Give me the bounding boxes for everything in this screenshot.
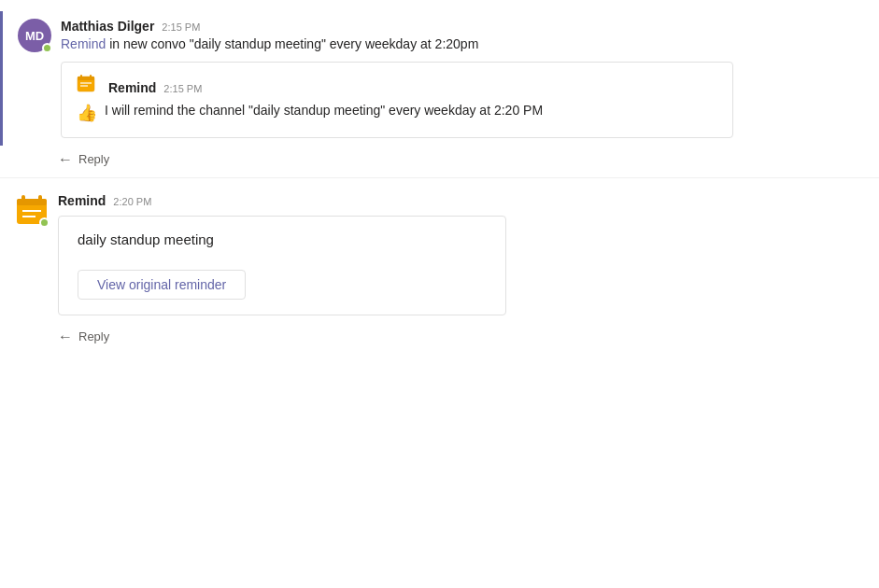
message-content-1: Matthias Dilger 2:15 PM Remind in new co…: [61, 19, 864, 138]
nested-bot-icon: [77, 74, 95, 97]
message-header-1: Matthias Dilger 2:15 PM: [61, 19, 864, 34]
reply-label-2: Reply: [78, 329, 109, 343]
svg-rect-7: [17, 199, 47, 205]
bot-status-dot-2: [39, 217, 50, 228]
reply-row-2[interactable]: ← Reply: [0, 323, 879, 351]
nested-card-body: 👍 I will remind the channel "daily stand…: [77, 101, 717, 126]
card-title: daily standup meeting: [59, 217, 505, 262]
card-action: View original reminder: [59, 262, 505, 315]
content-card: daily standup meeting View original remi…: [58, 216, 506, 315]
svg-rect-9: [38, 195, 42, 202]
reply-arrow-2: ←: [58, 329, 73, 345]
reply-row-1[interactable]: ← Reply: [0, 146, 879, 174]
svg-rect-3: [90, 75, 92, 78]
message-header-2: Remind 2:20 PM: [58, 193, 864, 208]
nested-card-1: Remind 2:15 PM 👍 I will remind the chann…: [61, 62, 733, 138]
status-dot: [42, 43, 52, 53]
view-reminder-button[interactable]: View original reminder: [78, 270, 246, 300]
message-content-2: Remind 2:20 PM daily standup meeting Vie…: [58, 193, 864, 315]
reply-arrow-1: ←: [58, 151, 73, 168]
message-text-1: Remind in new convo "daily standup meeti…: [61, 35, 864, 54]
message-block-2: Remind 2:20 PM daily standup meeting Vie…: [0, 186, 879, 323]
reply-label-1: Reply: [78, 152, 109, 166]
message-time-2: 2:20 PM: [113, 196, 151, 207]
nested-sender-name: Remind: [108, 80, 156, 95]
message-text-content-1: in new convo "daily standup meeting" eve…: [109, 36, 478, 51]
avatar-md: MD: [18, 19, 51, 52]
thumbs-up-emoji: 👍: [77, 101, 97, 126]
separator: [0, 177, 879, 178]
svg-rect-1: [78, 77, 94, 80]
avatar-initials: MD: [25, 29, 44, 43]
nested-header: Remind 2:15 PM: [77, 74, 717, 97]
svg-rect-2: [80, 75, 82, 78]
chat-container: MD Matthias Dilger 2:15 PM Remind in new…: [0, 0, 879, 362]
remind-link-1[interactable]: Remind: [61, 36, 106, 51]
nested-time: 2:15 PM: [163, 83, 202, 94]
nested-body-text: I will remind the channel "daily standup…: [105, 101, 543, 120]
sender-name-2: Remind: [58, 193, 106, 208]
bot-avatar-2: [15, 193, 49, 227]
message-block-1: MD Matthias Dilger 2:15 PM Remind in new…: [0, 11, 879, 146]
svg-rect-8: [21, 195, 25, 202]
message-time-1: 2:15 PM: [162, 21, 200, 33]
sender-name-1: Matthias Dilger: [61, 19, 154, 34]
